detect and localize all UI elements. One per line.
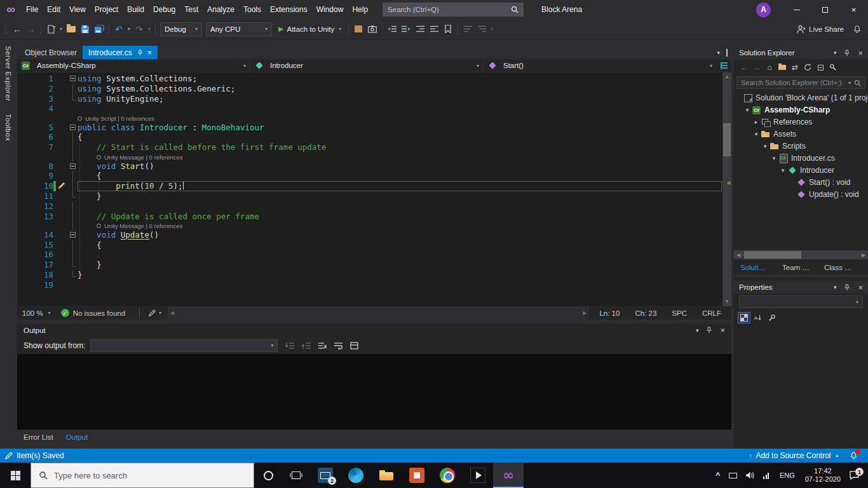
horizontal-scrollbar[interactable]: ◀ ▶ [168,306,589,320]
code-line-4[interactable]: 4 [17,104,722,114]
show-hidden-icons-icon[interactable]: ^ [715,471,720,480]
account-avatar[interactable]: A [756,3,771,17]
code-line-11[interactable]: 11 } [17,191,722,201]
tree-item-introducer-cs[interactable]: ▾Introducer.cs [734,152,868,164]
zoom-dropdown[interactable]: 100 % ▾ [17,309,56,317]
menu-debug[interactable]: Debug [149,0,180,19]
categorized-icon[interactable] [738,312,750,323]
refresh-icon[interactable] [801,62,814,73]
code-line-12[interactable]: 12 [17,201,722,212]
tree-item-solution-block-arena-1-of-1-pr[interactable]: Solution 'Block Arena' (1 of 1 project) [734,92,868,104]
home-icon[interactable]: ⌂ [763,62,776,73]
language-indicator[interactable]: ENG [780,471,795,479]
live-share-button[interactable]: Live Share [797,25,844,34]
issues-label[interactable]: No issues found [73,309,125,317]
window-position-caret-icon[interactable]: ▾ [834,284,837,290]
menu-tools[interactable]: Tools [239,0,266,19]
navigate-forward-code-icon[interactable] [399,22,413,37]
properties-icon[interactable] [827,62,839,73]
edge-app-icon[interactable] [341,463,371,488]
menu-view[interactable]: View [65,0,90,19]
pin-icon[interactable] [706,327,712,334]
side-tab-toolbox[interactable]: Toolbox [4,107,12,147]
pin-icon[interactable] [844,50,850,57]
menu-test[interactable]: Test [180,0,203,19]
undo-caret-icon[interactable]: ▾ [126,26,132,32]
uncomment-icon[interactable] [475,22,489,37]
collapse-region-icon[interactable] [70,125,76,130]
tree-item-start-void[interactable]: Start() : void [734,176,868,188]
collapse-region-icon[interactable] [70,232,76,238]
task-view-button[interactable] [282,463,310,488]
clear-all-icon[interactable] [318,342,327,349]
alphabetical-icon[interactable]: A [752,312,764,323]
type-dropdown[interactable]: Introducer ▾ [250,59,484,72]
navigate-forward-icon[interactable]: → [24,22,38,37]
mail-app-icon[interactable]: 2 [310,463,341,488]
media-player-app-icon[interactable] [463,463,493,488]
codelens-text[interactable]: Unity Message | 0 references [97,222,182,231]
run-caret-icon[interactable]: ▾ [339,26,341,32]
toggle-autoscroll-icon[interactable] [350,342,358,349]
project-dropdown[interactable]: Assembly-CSharp ▾ [17,59,250,72]
visual-studio-app-icon[interactable]: ∞ [493,463,524,488]
tab-list-caret-icon[interactable]: ▾ [717,50,720,56]
chrome-app-icon[interactable] [432,463,463,488]
horizontal-scrollbar[interactable]: ◀ ▶ [734,250,868,259]
panel-tab-solution-explorer[interactable]: Solution Explorer [734,264,776,271]
health-check-icon[interactable]: ✓ [61,309,69,317]
tree-item-references[interactable]: ▸References [734,116,868,128]
minimize-button[interactable] [782,0,811,19]
next-message-icon[interactable] [302,342,311,349]
menu-edit[interactable]: Edit [43,0,65,19]
code-line-2[interactable]: 2using System.Collections.Generic; [17,84,722,94]
collapse-region-icon[interactable] [70,76,76,81]
panel-tab-output[interactable]: Output [60,433,95,441]
sync-with-active-document-icon[interactable]: ⇄ [789,62,801,73]
expanded-arrow-icon[interactable]: ▾ [761,143,770,149]
windows-search-box[interactable]: Type here to search [31,463,254,488]
new-file-icon[interactable] [44,22,58,37]
property-pages-icon[interactable] [766,312,778,323]
previous-message-icon[interactable] [285,342,294,349]
attach-to-unity-button[interactable]: ▶ Attach to Unity ▾ [275,22,344,37]
maximize-button[interactable] [811,0,839,19]
tree-item-assets[interactable]: ▾Assets [734,128,868,140]
display-icon[interactable] [729,473,737,478]
side-tab-server-explorer[interactable]: Server Explorer [4,39,12,107]
editor-tab-object-browser[interactable]: Object Browser [19,46,83,59]
undo-icon[interactable]: ↶ [112,22,126,37]
back-icon[interactable]: ← [738,62,750,73]
indent-decrease-icon[interactable] [413,22,427,37]
word-wrap-icon[interactable] [334,342,342,349]
track-changes-icon[interactable]: ▾ [149,309,161,316]
navigate-back-icon[interactable]: ← [10,22,24,37]
panel-tab-class-view[interactable]: Class View [818,264,860,271]
add-to-source-control-button[interactable]: ↑ Add to Source Control ▴ [749,451,838,460]
code-line-16[interactable]: 16 [17,250,722,260]
code-line-19[interactable]: 19 [17,280,722,290]
store-app-icon[interactable] [402,463,432,488]
action-center-icon[interactable]: 1 [850,471,859,480]
collapse-region-icon[interactable] [70,163,76,169]
panel-tab-team-explorer[interactable]: Team Explorer [776,264,818,271]
forward-icon[interactable]: → [750,62,763,73]
cortana-button[interactable] [254,463,282,488]
toolbar-grip-icon[interactable] [4,24,8,35]
panel-tab-error-list[interactable]: Error List [17,433,60,441]
code-line-9[interactable]: 9 { [17,171,722,181]
scroll-right-icon[interactable]: ▶ [859,252,868,258]
save-all-icon[interactable] [92,22,106,37]
network-icon[interactable] [763,472,770,479]
member-dropdown[interactable]: Start() ▾ [484,59,716,72]
expanded-arrow-icon[interactable]: ▾ [743,107,752,113]
close-panel-icon[interactable]: × [858,283,863,292]
code-line-13[interactable]: 13 // Update is called once per frame [17,212,722,222]
volume-icon[interactable] [746,471,754,479]
code-line-8[interactable]: 8 void Start() [17,161,722,172]
pin-icon[interactable] [137,50,143,56]
solution-search-box[interactable]: Search Solution Explorer (Ctrl+;) ▾ [736,76,865,89]
tree-item-introducer[interactable]: ▾Introducer [734,164,868,176]
feedback-icon[interactable] [853,25,862,34]
menu-help[interactable]: Help [348,0,372,19]
